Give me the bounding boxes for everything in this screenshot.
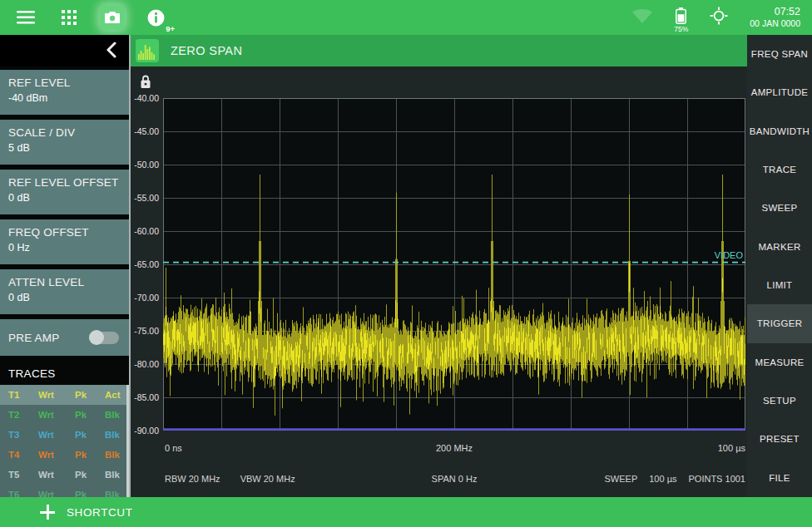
menu-item-sweep[interactable]: SWEEP xyxy=(747,189,812,227)
trace-detector: Pk xyxy=(75,450,105,460)
menu-item-marker[interactable]: MARKER xyxy=(747,228,812,266)
y-axis-tick: -90.00 xyxy=(131,426,159,436)
menu-item-bandwidth[interactable]: BANDWIDTH xyxy=(747,112,812,150)
clock: 07:52 00 JAN 0000 xyxy=(750,5,800,30)
menu-item-limit[interactable]: LIMIT xyxy=(747,266,812,304)
trace-detector: Pk xyxy=(75,470,105,480)
trace-id: T2 xyxy=(8,410,38,420)
ref-level-label: REF LEVEL xyxy=(8,76,121,89)
date: 00 JAN 0000 xyxy=(750,18,800,30)
menu-item-preset[interactable]: PRESET xyxy=(747,420,812,458)
traces-scrollbar[interactable] xyxy=(126,385,129,498)
ref-level-button[interactable]: REF LEVEL -40 dBm xyxy=(0,70,129,115)
chart-area: -40.00-45.00-50.00-55.00-60.00-65.00-70.… xyxy=(131,66,747,497)
trace-id: T4 xyxy=(8,450,38,460)
trace-row-t1[interactable]: T1 Wrt Pk Act xyxy=(0,385,129,405)
plus-icon xyxy=(40,505,55,520)
battery-icon: 75% xyxy=(674,7,688,33)
trace-plot[interactable]: VIDEO xyxy=(163,98,745,431)
trace-row-t5[interactable]: T5 Wrt Pk Blk xyxy=(0,465,129,485)
info-badge: 9+ xyxy=(166,24,175,33)
y-axis-tick: -55.00 xyxy=(131,193,159,203)
trace-mode: Wrt xyxy=(38,470,75,480)
camera-icon[interactable] xyxy=(100,5,125,30)
trace-mode: Wrt xyxy=(38,410,75,420)
y-axis-tick: -40.00 xyxy=(131,93,159,103)
menu-item-freq-span[interactable]: FREQ SPAN xyxy=(747,35,812,73)
battery-percent: 75% xyxy=(674,25,688,33)
y-axis-tick: -80.00 xyxy=(131,359,159,369)
ref-level-offset-button[interactable]: REF LEVEL OFFSET 0 dB xyxy=(0,170,129,214)
trace-detector: Pk xyxy=(75,410,105,420)
shortcut-bar: SHORTCUT xyxy=(0,497,812,527)
scale-div-button[interactable]: SCALE / DIV 5 dB xyxy=(0,120,129,165)
main-view: ZERO SPAN -40.00-45.00-50.00-55.00-60.00… xyxy=(131,35,747,497)
freq-offset-button[interactable]: FREQ OFFSET 0 Hz xyxy=(0,219,129,264)
y-axis-tick: -60.00 xyxy=(131,226,159,236)
x-tick-end: 100 µs xyxy=(718,443,745,453)
points-readout: POINTS 1001 xyxy=(689,474,746,484)
gps-icon[interactable] xyxy=(710,7,728,28)
atten-level-label: ATTEN LEVEL xyxy=(8,276,121,288)
pre-amp-toggle[interactable] xyxy=(89,332,119,344)
menu-item-trigger[interactable]: TRIGGER xyxy=(747,304,812,342)
menu-item-file[interactable]: FILE xyxy=(747,459,812,497)
freq-offset-value: 0 Hz xyxy=(8,242,121,254)
traces-header: TRACES xyxy=(0,361,129,385)
spectrum-analyzer-app: 9+ 75% 07:52 xyxy=(0,0,812,527)
ref-level-offset-value: 0 dB xyxy=(8,192,121,204)
sweep-label: SWEEP xyxy=(605,474,638,484)
atten-level-value: 0 dB xyxy=(8,292,121,303)
trace-mode: Wrt xyxy=(38,430,75,440)
spectrum-icon xyxy=(136,39,159,62)
trace-table: T1 Wrt Pk Act T2 Wrt Pk Blk T3 Wrt Pk Bl… xyxy=(0,385,129,505)
menu-item-amplitude[interactable]: AMPLITUDE xyxy=(747,73,812,111)
trace-id: T1 xyxy=(8,390,38,400)
y-axis-tick: -50.00 xyxy=(131,160,159,170)
trace-row-t4[interactable]: T4 Wrt Pk Blk xyxy=(0,445,129,465)
freq-offset-label: FREQ OFFSET xyxy=(8,226,121,239)
y-axis-tick: -70.00 xyxy=(131,293,159,303)
pre-amp-label: PRE AMP xyxy=(8,332,59,344)
parameter-sidebar: REF LEVEL -40 dBm SCALE / DIV 5 dB REF L… xyxy=(0,35,131,497)
trace-id: T5 xyxy=(8,470,38,480)
trace-row-t2[interactable]: T2 Wrt Pk Blk xyxy=(0,405,129,425)
trace-mode: Wrt xyxy=(38,390,75,400)
trace-id: T3 xyxy=(8,430,38,440)
sidebar-header xyxy=(0,35,129,66)
trace-detector: Pk xyxy=(75,390,105,400)
x-tick-center-frequency: 200 MHz xyxy=(163,443,745,453)
scale-div-label: SCALE / DIV xyxy=(8,126,121,139)
wifi-icon[interactable] xyxy=(632,9,652,27)
page-title: ZERO SPAN xyxy=(171,44,242,57)
main-menu: FREQ SPAN AMPLITUDE BANDWIDTH TRACE SWEE… xyxy=(747,35,812,497)
trace-row-t3[interactable]: T3 Wrt Pk Blk xyxy=(0,425,129,445)
ref-level-offset-label: REF LEVEL OFFSET xyxy=(8,176,121,189)
atten-level-button[interactable]: ATTEN LEVEL 0 dB xyxy=(0,269,129,314)
y-axis-tick: -75.00 xyxy=(131,326,159,336)
y-axis-tick: -85.00 xyxy=(131,392,159,402)
trace-detector: Pk xyxy=(75,430,105,440)
top-status-bar: 9+ 75% 07:52 xyxy=(0,0,812,35)
mode-title-bar: ZERO SPAN xyxy=(131,35,747,66)
y-axis-tick: -65.00 xyxy=(131,259,159,269)
lock-icon[interactable] xyxy=(140,75,151,92)
y-axis-tick: -45.00 xyxy=(131,126,159,136)
pre-amp-toggle-row: PRE AMP xyxy=(0,319,129,356)
menu-item-measure[interactable]: MEASURE xyxy=(747,343,812,382)
time: 07:52 xyxy=(750,5,800,18)
ref-level-value: -40 dBm xyxy=(8,92,121,104)
collapse-icon[interactable] xyxy=(106,42,117,61)
trace-mode: Wrt xyxy=(38,450,75,460)
add-shortcut-button[interactable]: SHORTCUT xyxy=(40,505,133,520)
shortcut-label: SHORTCUT xyxy=(67,506,133,519)
apps-grid-icon[interactable] xyxy=(57,5,82,30)
toggle-knob-icon xyxy=(89,330,104,345)
scale-div-value: 5 dB xyxy=(8,142,121,154)
menu-item-trace[interactable]: TRACE xyxy=(747,150,812,189)
info-icon[interactable]: 9+ xyxy=(143,5,168,30)
sweep-value: 100 µs xyxy=(649,474,676,484)
video-trigger-label: VIDEO xyxy=(715,250,744,260)
menu-item-setup[interactable]: SETUP xyxy=(747,382,812,420)
menu-icon[interactable] xyxy=(13,5,38,30)
